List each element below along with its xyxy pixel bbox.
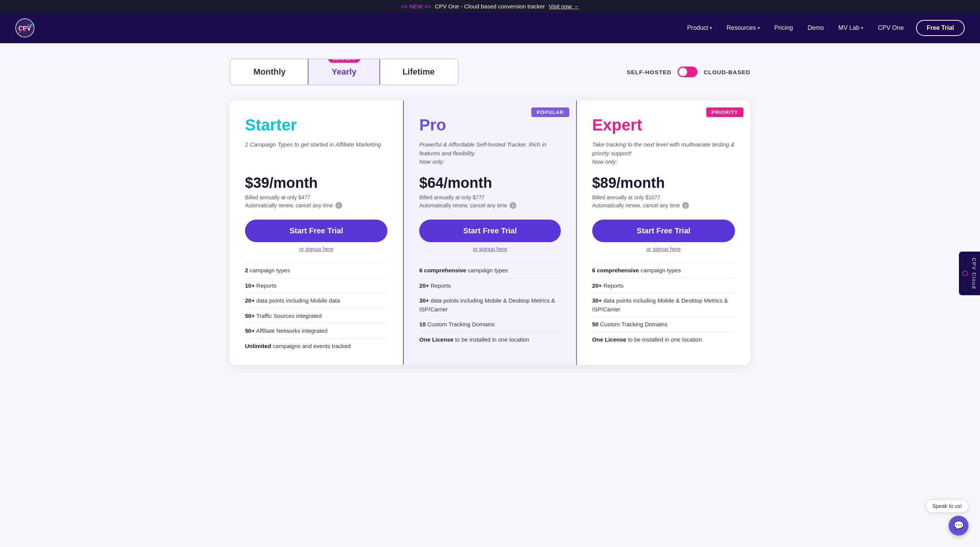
toggle-knob: [679, 68, 687, 76]
expert-plan-name: Expert: [592, 116, 735, 134]
starter-price: $39/month: [245, 175, 387, 191]
list-item: 10 Custom Tracking Domains: [419, 317, 560, 332]
tab-yearly[interactable]: Save 16% Yearly: [308, 59, 380, 85]
announce-message: CPV One - Cloud based conversion tracker: [435, 3, 545, 10]
expert-billed: Billed annually at only $1077: [592, 194, 735, 200]
tab-lifetime[interactable]: Lifetime: [379, 59, 457, 85]
pro-plan-name: Pro: [419, 116, 560, 134]
pro-signup-link[interactable]: or signup here: [419, 246, 560, 252]
expert-features: 6 comprehensive campaign types 20+ Repor…: [592, 263, 735, 347]
list-item: 6 comprehensive campaign types: [592, 263, 735, 278]
list-item: 50 Custom Tracking Domains: [592, 317, 735, 332]
pro-info-icon[interactable]: i: [510, 202, 516, 209]
hosting-toggle: SELF-HOSTED CLOUD-BASED: [627, 67, 750, 77]
pro-badge: POPULAR: [531, 107, 569, 117]
expert-info-icon[interactable]: i: [682, 202, 689, 209]
starter-billed: Billed annually at only $477: [245, 194, 387, 200]
announcement-bar: >> NEW << CPV One - Cloud based conversi…: [0, 0, 980, 13]
pro-price: $64/month: [419, 175, 560, 191]
hosting-toggle-switch[interactable]: [678, 67, 697, 77]
nav-cpvone[interactable]: CPV One: [872, 21, 910, 34]
starter-plan-name: Starter: [245, 116, 387, 134]
nav-mvlab[interactable]: MV Lab ▾: [832, 21, 869, 34]
sidebar-icon: [962, 270, 968, 277]
starter-renew: Automatically renew, cancel any time i: [245, 202, 387, 209]
list-item: 50+ Affiliate Networks integrated: [245, 323, 387, 339]
starter-features: 2 campaign types 10+ Reports 20+ data po…: [245, 263, 387, 353]
list-item: 30+ data points including Mobile & Deskt…: [592, 293, 735, 317]
list-item: 6 comprehensive campaign types: [419, 263, 560, 278]
main-nav: CPV LAB Product ▾ Resources ▾ Pricing De…: [0, 13, 980, 43]
resources-chevron-icon: ▾: [758, 25, 760, 31]
list-item: One License to be installed in one locat…: [419, 332, 560, 347]
nav-product[interactable]: Product ▾: [681, 21, 718, 34]
expert-cta-button[interactable]: Start Free Trial: [592, 220, 735, 242]
pro-renew: Automatically renew, cancel any time i: [419, 202, 560, 209]
starter-card: Starter 2 Campaign Types to get started …: [230, 101, 403, 365]
nav-pricing[interactable]: Pricing: [768, 21, 799, 34]
expert-renew: Automatically renew, cancel any time i: [592, 202, 735, 209]
billing-tabs: Monthly Save 16% Yearly Lifetime: [230, 59, 459, 85]
visit-link[interactable]: Visit now →: [549, 3, 579, 10]
product-chevron-icon: ▾: [710, 25, 712, 31]
list-item: 20+ data points including Mobile data: [245, 293, 387, 308]
expert-plan-desc: Take tracking to the next level with mul…: [592, 140, 735, 167]
tab-monthly[interactable]: Monthly: [230, 59, 309, 85]
save-badge: Save 16%: [328, 59, 360, 63]
list-item: 20+ Reports: [592, 278, 735, 293]
list-item: 20+ Reports: [419, 278, 560, 293]
cloud-based-label: CLOUD-BASED: [704, 69, 750, 75]
expert-signup-link[interactable]: or signup here: [592, 246, 735, 252]
pro-cta-button[interactable]: Start Free Trial: [419, 220, 560, 242]
starter-info-icon[interactable]: i: [335, 202, 342, 209]
pro-plan-desc: Powerful & Affordable Self-hosted Tracke…: [419, 140, 560, 167]
cpv-cloud-sidebar[interactable]: CPV Cloud: [959, 252, 980, 295]
announce-arrows: >> NEW <<: [401, 3, 431, 10]
pricing-cards: Starter 2 Campaign Types to get started …: [230, 101, 750, 365]
list-item: 10+ Reports: [245, 278, 387, 293]
expert-badge: PRIORITY: [706, 107, 743, 117]
list-item: 30+ data points including Mobile & Deskt…: [419, 293, 560, 317]
expert-card: PRIORITY Expert Take tracking to the nex…: [577, 101, 750, 365]
starter-signup-link[interactable]: or signup here: [245, 246, 387, 252]
list-item: Unlimited campaigns and events tracked: [245, 339, 387, 354]
starter-plan-desc: 2 Campaign Types to get started in Affil…: [245, 140, 387, 167]
billing-section: Monthly Save 16% Yearly Lifetime SELF-HO…: [230, 59, 750, 85]
list-item: 50+ Traffic Sources integrated: [245, 308, 387, 324]
nav-free-trial-button[interactable]: Free Trial: [916, 20, 965, 36]
list-item: One License to be installed in one locat…: [592, 332, 735, 347]
main-content: Monthly Save 16% Yearly Lifetime SELF-HO…: [222, 43, 758, 388]
mvlab-chevron-icon: ▾: [861, 25, 863, 31]
cpv-cloud-label: CPV Cloud: [971, 258, 977, 289]
nav-links: Product ▾ Resources ▾ Pricing Demo MV La…: [681, 20, 965, 36]
nav-resources[interactable]: Resources ▾: [720, 21, 766, 34]
pro-billed: Billed annually at only $777: [419, 194, 560, 200]
logo[interactable]: CPV LAB: [15, 18, 37, 37]
expert-price: $89/month: [592, 175, 735, 191]
pro-card: POPULAR Pro Powerful & Affordable Self-h…: [403, 101, 577, 365]
starter-cta-button[interactable]: Start Free Trial: [245, 220, 387, 242]
nav-demo[interactable]: Demo: [801, 21, 830, 34]
self-hosted-label: SELF-HOSTED: [627, 69, 671, 75]
list-item: 2 campaign types: [245, 263, 387, 278]
pro-features: 6 comprehensive campaign types 20+ Repor…: [419, 263, 560, 347]
